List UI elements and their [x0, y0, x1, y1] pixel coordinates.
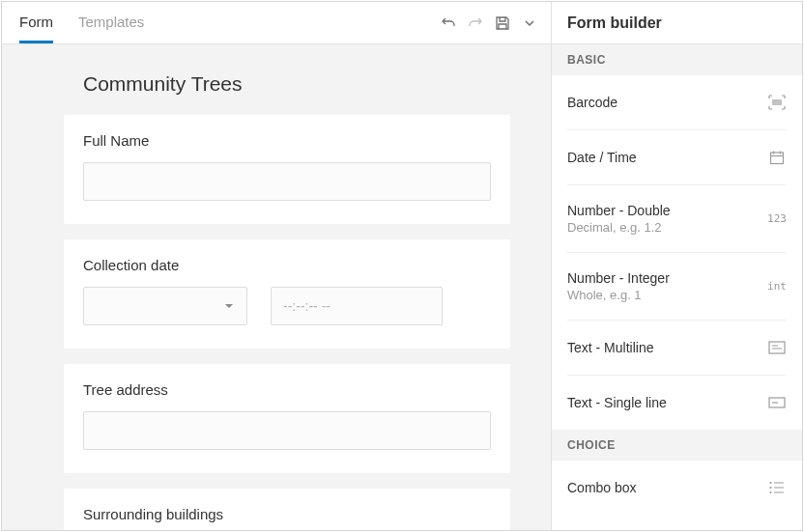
palette-barcode[interactable]: Barcode: [567, 75, 787, 130]
barcode-icon: [767, 93, 787, 112]
calendar-icon: [767, 148, 787, 167]
section-choice: CHOICE: [552, 430, 802, 461]
palette-combobox[interactable]: Combo box: [567, 461, 787, 515]
undo-icon[interactable]: [439, 14, 458, 33]
label-collection-date: Collection date: [83, 257, 491, 273]
svg-point-4: [770, 488, 771, 489]
section-basic: BASIC: [552, 44, 802, 75]
number-double-icon: 123: [767, 210, 787, 229]
card-full-name[interactable]: Full Name: [64, 115, 510, 224]
redo-icon[interactable]: [466, 14, 485, 33]
palette-number-integer[interactable]: Number - Integer Whole, e.g. 1 int: [567, 253, 787, 321]
tab-form[interactable]: Form: [19, 2, 53, 43]
card-surrounding-buildings[interactable]: Surrounding buildings: [64, 489, 510, 530]
svg-rect-1: [769, 342, 785, 353]
svg-rect-0: [771, 153, 784, 164]
dropdown-collection-date[interactable]: [83, 287, 247, 325]
text-multiline-icon: [767, 338, 787, 357]
palette-text-singleline[interactable]: Text - Single line: [567, 376, 787, 430]
form-title: Community Trees: [83, 72, 510, 96]
chevron-down-icon[interactable]: [520, 14, 539, 33]
form-builder-title: Form builder: [552, 2, 802, 44]
palette-datetime[interactable]: Date / Time: [567, 130, 787, 185]
label-tree-address: Tree address: [83, 381, 491, 398]
input-collection-time[interactable]: --:--:-- --: [271, 287, 443, 325]
palette-text-multiline[interactable]: Text - Multiline: [567, 321, 787, 376]
form-canvas[interactable]: Community Trees Full Name Collection dat…: [2, 45, 551, 530]
number-integer-icon: int: [767, 277, 787, 296]
svg-point-5: [770, 492, 771, 493]
combobox-icon: [767, 478, 787, 497]
tab-bar: Form Templates: [2, 2, 551, 44]
save-icon[interactable]: [493, 14, 512, 33]
tab-templates[interactable]: Templates: [78, 2, 144, 43]
input-full-name[interactable]: [83, 162, 491, 201]
label-full-name: Full Name: [83, 132, 491, 149]
label-surrounding-buildings: Surrounding buildings: [83, 506, 491, 522]
card-collection-date[interactable]: Collection date --:--:-- --: [64, 239, 510, 349]
text-singleline-icon: [767, 393, 787, 412]
card-tree-address[interactable]: Tree address: [64, 364, 510, 473]
svg-point-3: [770, 483, 771, 484]
palette-number-double[interactable]: Number - Double Decimal, e.g. 1.2 123: [567, 185, 787, 253]
input-tree-address[interactable]: [83, 411, 491, 450]
